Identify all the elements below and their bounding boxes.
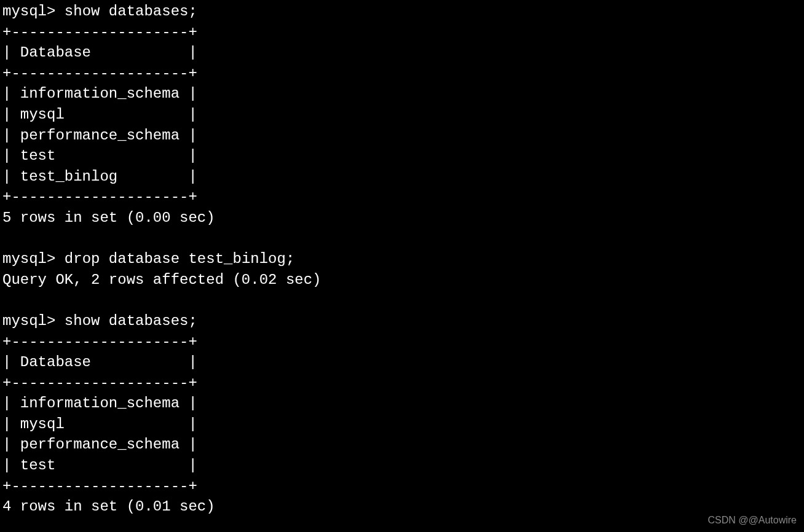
drop-result: Query OK, 2 rows affected (0.02 sec) [2, 272, 321, 288]
command-drop-database: drop database test_binlog; [65, 251, 294, 267]
table1-row-3: | test | [2, 147, 197, 164]
table1-border-top: +--------------------+ [2, 24, 197, 41]
table1-row-0: | information_schema | [2, 85, 197, 102]
table1-border-mid: +--------------------+ [2, 65, 197, 82]
command-show-databases-2: show databases; [65, 313, 197, 329]
table1-row-1: | mysql | [2, 106, 197, 123]
watermark: CSDN @@Autowire [707, 514, 797, 527]
table2-summary: 4 rows in set (0.01 sec) [2, 498, 215, 515]
prompt: mysql> [2, 313, 55, 329]
table1-summary: 5 rows in set (0.00 sec) [2, 209, 215, 226]
table2-border-bottom: +--------------------+ [2, 478, 197, 495]
table2-row-0: | information_schema | [2, 395, 197, 412]
table1-row-4: | test_binlog | [2, 168, 197, 185]
prompt: mysql> [2, 251, 55, 267]
terminal-output: mysql> show databases; +----------------… [0, 0, 804, 518]
table1-border-bottom: +--------------------+ [2, 189, 197, 205]
table2-header: | Database | [2, 354, 197, 370]
table2-row-3: | test | [2, 457, 197, 474]
table1-row-2: | performance_schema | [2, 127, 197, 144]
table2-row-2: | performance_schema | [2, 436, 197, 453]
command-show-databases-1: show databases; [65, 3, 197, 20]
table2-row-1: | mysql | [2, 416, 197, 432]
prompt: mysql> [2, 3, 55, 20]
table2-border-top: +--------------------+ [2, 334, 197, 350]
table2-border-mid: +--------------------+ [2, 375, 197, 391]
table1-header: | Database | [2, 44, 197, 61]
